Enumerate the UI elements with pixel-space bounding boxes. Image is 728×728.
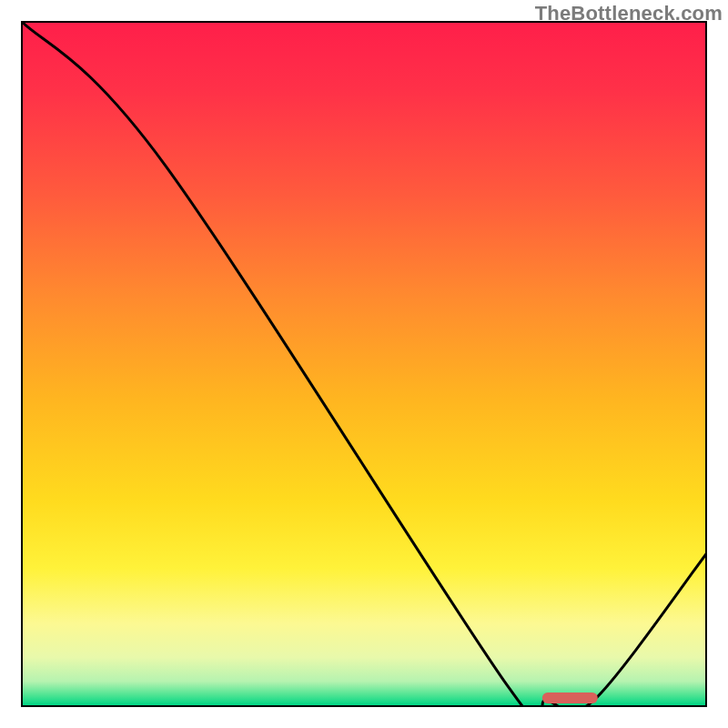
optimal-range-marker xyxy=(542,693,597,703)
watermark-text: TheBottleneck.com xyxy=(535,2,723,25)
chart-curve-svg xyxy=(21,21,707,707)
bottleneck-curve xyxy=(21,21,707,707)
